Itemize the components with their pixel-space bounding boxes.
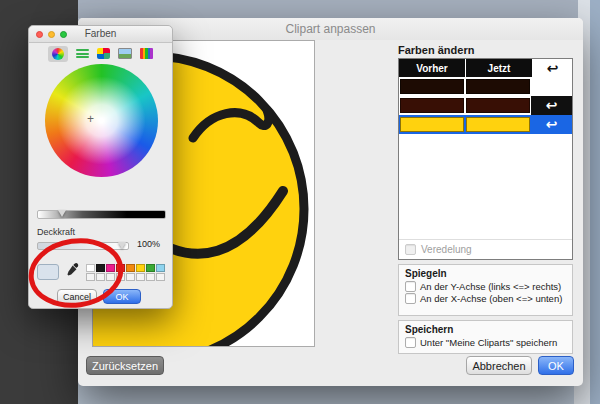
opacity-value: 100% xyxy=(137,239,160,249)
mirror-x-row: An der X-Achse (oben <=> unten) xyxy=(399,292,572,304)
color-table-header: Vorher Jetzt ↩ xyxy=(399,59,572,77)
panel-cancel-button[interactable]: Cancel xyxy=(57,289,97,304)
mini-color-swatch[interactable] xyxy=(136,264,145,272)
panel-ok-button[interactable]: OK xyxy=(103,289,141,304)
pencils-icon[interactable] xyxy=(140,48,153,59)
color-wheel-icon xyxy=(52,48,64,60)
mini-swatch-grid xyxy=(86,264,167,281)
mirror-y-label: An der Y-Achse (links <=> rechts) xyxy=(420,281,561,292)
mirror-x-label: An der X-Achse (oben <=> unten) xyxy=(420,293,562,304)
image-icon[interactable] xyxy=(118,48,132,59)
undo-arrow-icon[interactable]: ↩ xyxy=(533,59,572,77)
sliders-icon[interactable] xyxy=(76,48,89,60)
undo-arrow-icon[interactable]: ↩ xyxy=(531,96,572,115)
color-row[interactable]: ↩ xyxy=(399,96,572,115)
refine-row: Veredelung xyxy=(399,239,572,259)
brightness-slider[interactable] xyxy=(37,210,166,219)
opacity-label: Deckkraft xyxy=(37,227,75,237)
desktop-edge xyxy=(590,0,600,404)
mirror-y-row: An der Y-Achse (links <=> rechts) xyxy=(399,280,572,292)
undo-arrow-icon xyxy=(531,77,572,96)
crosshair-icon[interactable]: + xyxy=(87,112,94,126)
mini-color-swatch[interactable] xyxy=(116,264,125,272)
mini-color-swatch[interactable] xyxy=(126,273,135,281)
palette-icon[interactable] xyxy=(97,48,110,59)
color-wheel[interactable]: + xyxy=(45,64,158,177)
desktop-top-strip xyxy=(78,0,578,18)
mini-color-swatch[interactable] xyxy=(156,264,165,272)
opacity-slider[interactable] xyxy=(37,242,129,250)
mini-color-swatch[interactable] xyxy=(106,264,115,272)
column-header-before: Vorher xyxy=(399,59,465,77)
mini-color-swatch[interactable] xyxy=(146,264,155,272)
save-row: Unter "Meine Cliparts" speichern xyxy=(399,336,572,348)
brightness-slider-thumb[interactable] xyxy=(58,210,66,217)
color-table-rows: ↩↩ xyxy=(399,77,572,134)
color-wheel-tab[interactable] xyxy=(48,46,68,62)
eyedropper-icon[interactable] xyxy=(65,261,80,278)
save-label: Unter "Meine Cliparts" speichern xyxy=(420,337,557,348)
mini-color-swatch[interactable] xyxy=(126,264,135,272)
cancel-button[interactable]: Abbrechen xyxy=(466,356,532,375)
farben-titlebar[interactable]: Farben xyxy=(29,26,172,43)
refine-checkbox xyxy=(405,244,416,255)
close-button[interactable] xyxy=(36,31,43,38)
color-row[interactable]: ↩ xyxy=(399,115,572,134)
color-row[interactable] xyxy=(399,77,572,96)
ok-button[interactable]: OK xyxy=(538,356,574,375)
mini-color-swatch[interactable] xyxy=(136,273,145,281)
farben-toolbar xyxy=(29,43,172,61)
save-checkbox[interactable] xyxy=(405,337,416,348)
colors-section-title: Farben ändern xyxy=(398,44,474,56)
color-swatch-before[interactable] xyxy=(400,117,464,132)
color-swatch-after[interactable] xyxy=(466,98,530,113)
mini-color-swatch[interactable] xyxy=(86,273,95,281)
color-swatch-after[interactable] xyxy=(466,117,530,132)
current-color-well[interactable] xyxy=(37,264,59,280)
mirror-groupbox: Spiegeln An der Y-Achse (links <=> recht… xyxy=(398,264,573,316)
zoom-button[interactable] xyxy=(60,31,67,38)
column-header-after: Jetzt xyxy=(466,59,532,77)
mini-color-swatch[interactable] xyxy=(86,264,95,272)
save-groupbox: Speichern Unter "Meine Cliparts" speiche… xyxy=(398,320,573,354)
refine-label: Veredelung xyxy=(421,244,472,255)
color-table: Vorher Jetzt ↩ ↩↩ Veredelung xyxy=(398,58,573,260)
farben-panel: Farben + Deckkraft 100% Cancel OK xyxy=(28,25,173,309)
reset-button[interactable]: Zurücksetzen xyxy=(86,356,164,375)
mini-color-swatch[interactable] xyxy=(146,273,155,281)
mirror-x-checkbox[interactable] xyxy=(405,293,416,304)
color-swatch-before[interactable] xyxy=(400,79,464,94)
mini-color-swatch[interactable] xyxy=(106,273,115,281)
save-title: Speichern xyxy=(399,321,572,336)
color-swatch-before[interactable] xyxy=(400,98,464,113)
undo-arrow-icon[interactable]: ↩ xyxy=(531,115,572,134)
desktop: Clipart anpassen Farben ändern Vorher Je… xyxy=(0,0,600,404)
minimize-button[interactable] xyxy=(48,31,55,38)
opacity-slider-thumb[interactable] xyxy=(118,242,126,249)
mini-color-swatch[interactable] xyxy=(116,273,125,281)
mini-color-swatch[interactable] xyxy=(156,273,165,281)
mirror-y-checkbox[interactable] xyxy=(405,281,416,292)
mirror-title: Spiegeln xyxy=(399,265,572,280)
mini-color-swatch[interactable] xyxy=(96,273,105,281)
mini-color-swatch[interactable] xyxy=(96,264,105,272)
color-swatch-after[interactable] xyxy=(466,79,530,94)
